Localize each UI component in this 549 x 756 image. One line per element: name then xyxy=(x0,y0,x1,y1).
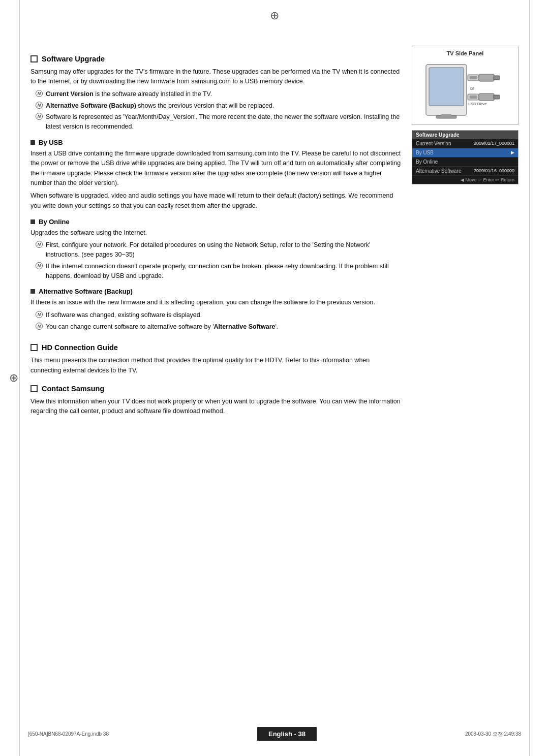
alt-software-heading: Alternative Software (Backup) xyxy=(39,288,133,295)
sw-menu-online-label: By Online xyxy=(416,159,438,165)
note-icon-2: N xyxy=(36,102,43,109)
alt-software-subheading: Alternative Software (Backup) xyxy=(30,288,402,295)
alt-note-1: N If software was changed, existing soft… xyxy=(36,310,402,320)
online-note-2: N If the internet connection doesn't ope… xyxy=(36,262,402,281)
by-online-subheading: By Online xyxy=(30,218,402,226)
top-compass-icon: ⊕ xyxy=(270,9,279,22)
sw-upgrade-footer: ◀ Move ☞ Enter ↩ Return xyxy=(412,176,518,184)
svg-rect-12 xyxy=(494,95,500,99)
alt-note-2: N You can change current software to alt… xyxy=(36,322,402,332)
note-icon-alt-2: N xyxy=(36,323,43,330)
checkbox-icon xyxy=(30,55,38,62)
note-text-1: Current Version is the software already … xyxy=(46,89,212,99)
note-icon-1: N xyxy=(36,90,43,97)
page-footer: [650-NA]BN68-02097A-Eng.indb 38 English … xyxy=(0,727,549,741)
svg-rect-7 xyxy=(494,76,500,80)
checkbox-icon-contact xyxy=(30,385,38,392)
note-icon-3: N xyxy=(36,113,43,120)
footer-right: 2009-03-30 오전 2:49:38 xyxy=(465,731,521,738)
by-usb-subheading: By USB xyxy=(30,139,402,146)
online-note-text-2: If the internet connection doesn't opera… xyxy=(46,262,402,281)
note-icon-online-1: N xyxy=(36,241,43,248)
sw-menu-current-value: 2009/01/17_000001 xyxy=(474,141,514,146)
sw-menu-alt-label: Alternative Software xyxy=(416,168,462,174)
square-icon-online xyxy=(30,219,35,224)
footer-left: [650-NA]BN68-02097A-Eng.indb 38 xyxy=(28,731,109,737)
main-content: Software Upgrade Samsung may offer upgra… xyxy=(30,46,402,419)
alt-note-text-2: You can change current software to alter… xyxy=(46,322,278,332)
sw-menu-usb-arrow: ▶ xyxy=(511,150,514,155)
note-item-3: N Software is represented as 'Year/Month… xyxy=(36,112,402,132)
by-usb-body2: When software is upgraded, video and aud… xyxy=(30,191,402,211)
tv-panel-box: TV Side Panel or xyxy=(412,46,518,125)
svg-rect-5 xyxy=(470,76,477,79)
svg-text:or: or xyxy=(470,86,474,91)
svg-rect-3 xyxy=(441,114,451,116)
page-number-box: English - 38 xyxy=(257,727,317,741)
note-icon-alt-1: N xyxy=(36,311,43,318)
square-icon-alt xyxy=(30,289,35,294)
margin-line-right xyxy=(529,0,530,756)
by-usb-heading: By USB xyxy=(39,139,63,146)
square-icon-usb xyxy=(30,140,35,145)
by-online-heading: By Online xyxy=(39,218,70,226)
alt-software-body: If there is an issue with the new firmwa… xyxy=(30,298,402,307)
sw-upgrade-menu: Software Upgrade Current Version 2009/01… xyxy=(412,130,518,184)
note-text-2: Alternative Software (Backup) shows the … xyxy=(46,101,274,111)
note-icon-online-2: N xyxy=(36,262,43,269)
svg-rect-11 xyxy=(479,93,494,101)
svg-text:USB Drive: USB Drive xyxy=(468,102,487,106)
hd-connection-section: HD Connection Guide xyxy=(30,343,402,352)
alt-note-text-1: If software was changed, existing softwa… xyxy=(46,310,202,320)
page-number: English - 38 xyxy=(268,730,306,738)
hd-connection-body: This menu presents the connection method… xyxy=(30,356,402,375)
software-upgrade-intro: Samsung may offer upgrades for the TV's … xyxy=(30,67,402,87)
by-online-body: Upgrades the software using the Internet… xyxy=(30,228,402,238)
software-upgrade-section: Software Upgrade xyxy=(30,55,402,63)
software-upgrade-heading: Software Upgrade xyxy=(42,55,105,63)
sw-menu-current-label: Current Version xyxy=(416,141,451,146)
sw-menu-alt-value: 2009/01/16_000000 xyxy=(474,168,514,174)
hd-connection-heading: HD Connection Guide xyxy=(42,343,118,352)
contact-samsung-body: View this information when your TV does … xyxy=(30,397,402,417)
sw-menu-usb-label: By USB xyxy=(416,150,434,155)
note-item-1: N Current Version is the software alread… xyxy=(36,89,402,99)
svg-rect-6 xyxy=(479,74,494,81)
margin-line-left xyxy=(19,0,20,756)
by-usb-body: Insert a USB drive containing the firmwa… xyxy=(30,149,402,188)
note-item-2: N Alternative Software (Backup) shows th… xyxy=(36,101,402,111)
sw-menu-row-usb: By USB ▶ xyxy=(412,148,518,158)
page: ⊕ ⊕ Software Upgrade Samsung may offer u… xyxy=(0,0,549,756)
sw-menu-row-current: Current Version 2009/01/17_000001 xyxy=(412,139,518,148)
sw-menu-row-online: By Online xyxy=(412,158,518,167)
checkbox-icon-hd xyxy=(30,344,38,351)
tv-panel-graphic: or USB Drive xyxy=(421,59,510,120)
online-note-text-1: First, configure your network. For detai… xyxy=(46,240,402,260)
sw-upgrade-menu-title: Software Upgrade xyxy=(412,131,518,139)
left-compass-icon: ⊕ xyxy=(9,371,18,385)
svg-rect-1 xyxy=(429,68,464,106)
svg-rect-10 xyxy=(470,96,477,99)
contact-samsung-heading: Contact Samsung xyxy=(42,385,104,393)
contact-samsung-section: Contact Samsung xyxy=(30,385,402,393)
tv-panel-title: TV Side Panel xyxy=(416,50,514,56)
sidebar: TV Side Panel or xyxy=(412,46,518,419)
note-text-3: Software is represented as 'Year/Month/D… xyxy=(46,112,402,132)
online-note-1: N First, configure your network. For det… xyxy=(36,240,402,260)
sw-menu-row-alt: Alternative Software 2009/01/16_000000 xyxy=(412,167,518,176)
